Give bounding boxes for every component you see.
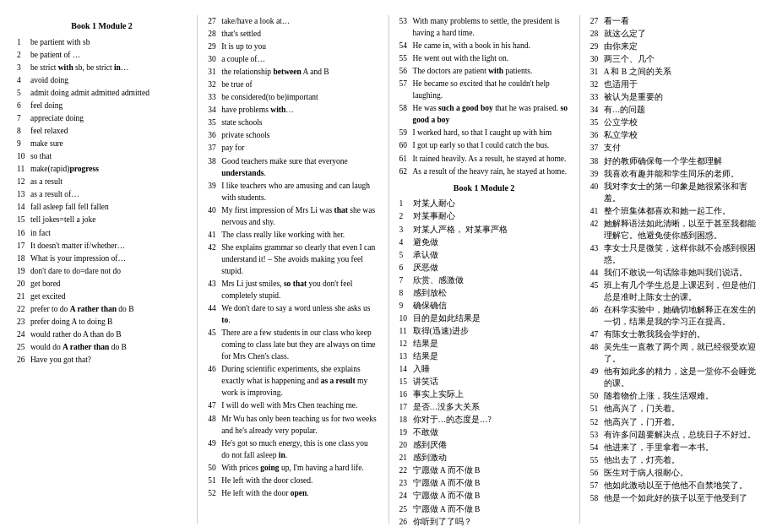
list-item: 8 feel relaxed — [17, 125, 187, 137]
entry-number: 32 — [208, 79, 221, 90]
entry-number: 33 — [590, 91, 604, 103]
entry-text: Have you got that? — [30, 354, 187, 366]
entry-text: 两三个、几个 — [604, 53, 760, 65]
list-item: 18 What is your impression of… — [17, 252, 187, 264]
entry-number: 3 — [399, 224, 413, 236]
entry-text: 就这么定了 — [604, 28, 760, 40]
entry-text: get bored — [30, 278, 187, 290]
list-item: 27 take/have a look at… — [208, 15, 378, 27]
entry-number: 13 — [17, 188, 30, 200]
column-1: Book 1 Module 2 1 be partient with sb2 b… — [17, 15, 193, 524]
entry-number: 13 — [399, 350, 413, 362]
entry-number: 48 — [590, 341, 604, 365]
list-item: 1 be partient with sb — [17, 36, 187, 48]
entry-text: I like teachers who are amusing and can … — [221, 180, 378, 204]
entry-text: be considered(to be)important — [221, 91, 378, 103]
entry-number: 51 — [590, 403, 604, 415]
entry-text: 他进来了，手里拿着一本书。 — [604, 442, 760, 453]
entry-number: 16 — [17, 227, 30, 239]
entry-number: 22 — [17, 303, 30, 315]
entry-number: 4 — [17, 74, 30, 86]
entry-text: We don't dare to say a word unless she a… — [221, 302, 378, 326]
entry-text: 宁愿做 A 而不做 B — [413, 503, 569, 515]
entry-text: Good teachers make sure that everyone un… — [221, 155, 378, 179]
col2-entries: 27 take/have a look at…28 that's settled… — [208, 15, 378, 499]
entry-number: 3 — [17, 62, 30, 73]
entry-text: take/have a look at… — [221, 15, 378, 27]
list-item: 4 避免做 — [399, 236, 569, 248]
entry-text: 整个班集体都喜欢和她一起工作。 — [604, 205, 760, 217]
entry-text: With many problems to settle, the presid… — [413, 15, 569, 39]
entry-number: 32 — [590, 79, 604, 90]
entry-number: 57 — [399, 78, 413, 101]
list-item: 15 tell jokes=tell a joke — [17, 214, 187, 225]
entry-text: During scientific experiments, she expla… — [221, 363, 378, 399]
list-item: 5 admit doing admit admitted admitted — [17, 87, 187, 99]
entry-number: 11 — [17, 163, 30, 175]
entry-text: With prices going up, I'm having a hard … — [221, 462, 378, 474]
list-item: 34 have problems with… — [208, 104, 378, 116]
entry-text: What is your impression of… — [30, 252, 187, 264]
list-item: 37 pay for — [208, 142, 378, 154]
entry-text: 宁愿做 A 而不做 B — [413, 464, 569, 476]
entry-number: 39 — [208, 180, 221, 204]
list-item: 20 感到厌倦 — [399, 439, 569, 451]
entry-number: 9 — [399, 300, 413, 312]
entry-text: Mrs Li just smiles, so that you don't fe… — [221, 278, 378, 301]
list-item: 26 你听到了了吗？ — [399, 516, 569, 528]
entry-number: 44 — [208, 302, 221, 326]
section-title-2: Book 1 Module 2 — [399, 182, 569, 195]
entry-number: 51 — [208, 475, 221, 486]
entry-text: She explains grammar so clearly that eve… — [221, 242, 378, 277]
list-item: 14 fall asleep fall fell fallen — [17, 201, 187, 213]
entry-number: 47 — [590, 328, 604, 340]
entry-text: the relationship between A and B — [221, 66, 378, 78]
list-item: 46 During scientific experiments, she ex… — [208, 363, 378, 399]
entry-number: 24 — [17, 328, 30, 340]
list-item: 9 确保确信 — [399, 300, 569, 312]
list-item: 41 The class really like working with he… — [208, 229, 378, 241]
entry-number: 61 — [399, 153, 413, 165]
entry-number: 12 — [399, 338, 413, 350]
list-item: 36 private schools — [208, 129, 378, 141]
entry-number: 36 — [590, 129, 604, 141]
entry-text: 讲笑话 — [413, 376, 569, 388]
entry-text: 好的教师确保每一个学生都理解 — [604, 155, 760, 167]
entry-text: a couple of… — [221, 53, 378, 65]
list-item: 32 be true of — [208, 79, 378, 90]
list-item: 46 在科学实验中，她确切地解释正在发生的一切，结果是我的学习正在提高。 — [590, 304, 760, 328]
entry-text: 对某事耐心 — [413, 210, 569, 222]
entry-text: 承认做 — [413, 249, 569, 261]
entry-text: be partient with sb — [30, 36, 187, 48]
entry-number: 35 — [208, 117, 221, 128]
entry-text: make sure — [30, 138, 187, 149]
entry-text: He went out with the light on. — [413, 52, 569, 64]
entry-text: 感到放松 — [413, 287, 569, 299]
list-item: 54 He came in, with a book in his hand. — [399, 40, 569, 52]
col-divider-1 — [197, 15, 198, 524]
entry-number: 42 — [590, 218, 604, 242]
entry-number: 7 — [17, 112, 30, 124]
list-item: 35 state schools — [208, 117, 378, 128]
entry-text: would rather do A than do B — [30, 328, 187, 340]
entry-number: 19 — [399, 426, 413, 438]
list-item: 17 是否…没多大关系 — [399, 401, 569, 413]
entry-number: 6 — [17, 100, 30, 111]
entry-text: prefer to do A rather than do B — [30, 303, 187, 315]
list-item: 52 他高兴了，门开着。 — [590, 416, 760, 428]
entry-text: would do A rather than do B — [30, 341, 187, 353]
entry-text: in fact — [30, 227, 187, 239]
entry-text: 他如此激动以至于他他不自禁地笑了。 — [604, 480, 760, 491]
entry-text: be true of — [221, 79, 378, 90]
list-item: 23 宁愿做 A 而不做 B — [399, 477, 569, 489]
entry-text: 你对于…的态度是…? — [413, 414, 569, 426]
entry-text: 医生对于病人很耐心。 — [604, 467, 760, 479]
list-item: 55 他出去了，灯亮着。 — [590, 454, 760, 466]
list-item: 57 他如此激动以至于他他不自禁地笑了。 — [590, 480, 760, 491]
entry-number: 25 — [17, 341, 30, 353]
entry-text: fall asleep fall fell fallen — [30, 201, 187, 213]
entry-text: appreciate doing — [30, 112, 187, 124]
entry-number: 34 — [208, 104, 221, 116]
list-item: 31 the relationship between A and B — [208, 66, 378, 78]
list-item: 44 We don't dare to say a word unless sh… — [208, 302, 378, 326]
